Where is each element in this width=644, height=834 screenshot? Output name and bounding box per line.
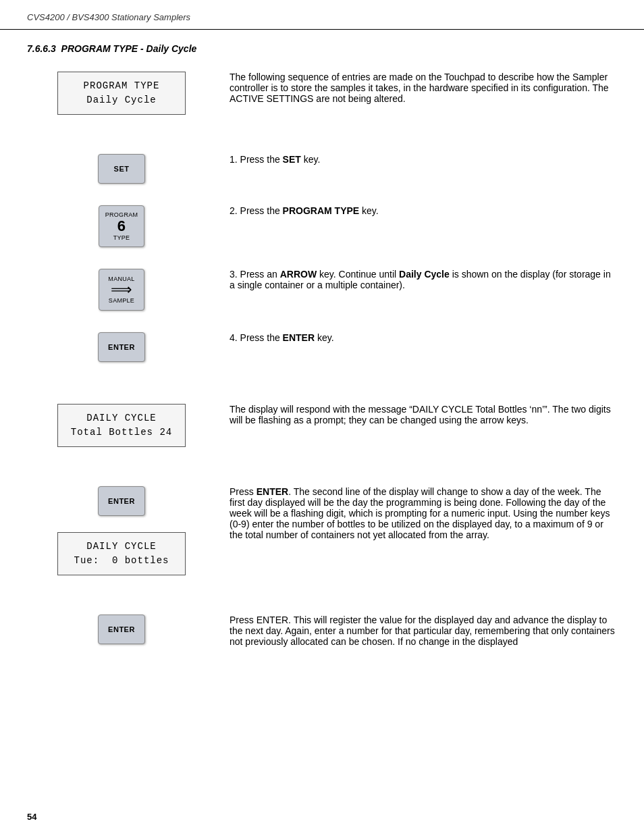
- step3-key-container: MANUAL ⟹ SAMPLE: [27, 263, 216, 327]
- step3-before: 3. Press an: [230, 269, 280, 280]
- step4-after: key.: [315, 332, 334, 343]
- step3-text: 3. Press an ARROW key. Continue until Da…: [230, 269, 617, 290]
- program-key-num: 6: [117, 218, 126, 234]
- step3-text-container: 3. Press an ARROW key. Continue until Da…: [216, 263, 617, 327]
- lcd-program-type: PROGRAM TYPE Daily Cycle: [57, 72, 186, 115]
- lcd-program-type-line1: PROGRAM TYPE: [70, 79, 173, 93]
- step1-after: key.: [301, 154, 321, 165]
- step2-key-container: PROGRAM 6 TYPE: [27, 200, 216, 263]
- spacer3: [27, 466, 617, 481]
- lcd-daily-cycle-2: DAILY CYCLE Tue: 0 bottles: [57, 532, 186, 575]
- spacer2: [27, 378, 617, 398]
- enter2-daily2-left: ENTER DAILY CYCLE Tue: 0 bottles: [27, 481, 216, 594]
- arrow-key-symbol: ⟹: [111, 282, 132, 297]
- enter3-row: ENTER Press ENTER. This will register th…: [27, 609, 617, 660]
- step4-text: 4. Press the ENTER key.: [230, 332, 617, 343]
- page-content: 7.6.6.3 PROGRAM TYPE - Daily Cycle PROGR…: [0, 30, 644, 687]
- spacer4: [27, 594, 617, 609]
- enter3-text-container: Press ENTER. This will register the valu…: [216, 609, 617, 660]
- lcd-daily-cycle-1-container: DAILY CYCLE Total Bottles 24: [27, 398, 216, 466]
- lcd-program-type-container: PROGRAM TYPE Daily Cycle: [27, 66, 216, 134]
- lcd-daily-cycle-1-line1: DAILY CYCLE: [70, 411, 173, 425]
- spacer1: [27, 134, 617, 149]
- arrow-key[interactable]: MANUAL ⟹ SAMPLE: [99, 269, 144, 311]
- set-key-label: SET: [114, 165, 130, 173]
- arrow-key-bottom: SAMPLE: [109, 297, 134, 304]
- step4-key-container: ENTER: [27, 327, 216, 378]
- enter-key-2[interactable]: ENTER: [98, 486, 145, 516]
- step1-number: 1. Press the: [230, 154, 283, 165]
- lcd-daily-cycle-1-line2: Total Bottles 24: [70, 425, 173, 440]
- lcd-daily-cycle-1: DAILY CYCLE Total Bottles 24: [57, 404, 186, 447]
- enter3-key-container: ENTER: [27, 609, 216, 660]
- enter2-daily2-row: ENTER DAILY CYCLE Tue: 0 bottles Press E…: [27, 481, 617, 594]
- program-key-bottom: TYPE: [113, 234, 130, 241]
- page-header: CVS4200 / BVS4300 Stationary Samplers: [0, 0, 644, 30]
- step4-text-container: 4. Press the ENTER key.: [216, 327, 617, 378]
- daily-cycle-2-text-container: Press ENTER. The second line of the disp…: [216, 481, 617, 594]
- display-text-3: Press ENTER. This will register the valu…: [230, 615, 617, 647]
- display-text-2: Press ENTER. The second line of the disp…: [230, 486, 617, 540]
- step4-bold: ENTER: [283, 332, 315, 343]
- enter-key-3-label: ENTER: [108, 625, 135, 633]
- program-type-key[interactable]: PROGRAM 6 TYPE: [99, 205, 144, 247]
- enter-key-3[interactable]: ENTER: [98, 615, 145, 644]
- step4-before: 4. Press the: [230, 332, 283, 343]
- set-key[interactable]: SET: [98, 154, 145, 184]
- step3-row: MANUAL ⟹ SAMPLE 3. Press an ARROW key. C…: [27, 263, 617, 327]
- intro-text: The following sequence of entries are ma…: [230, 72, 617, 104]
- daily-cycle-1-row: DAILY CYCLE Total Bottles 24 The display…: [27, 398, 617, 466]
- intro-row: PROGRAM TYPE Daily Cycle The following s…: [27, 66, 617, 134]
- step1-bold: SET: [283, 154, 301, 165]
- header-title: CVS4200 / BVS4300 Stationary Samplers: [27, 12, 190, 22]
- lcd-program-type-line2: Daily Cycle: [70, 93, 173, 107]
- step2-row: PROGRAM 6 TYPE 2. Press the PROGRAM TYPE…: [27, 200, 617, 263]
- step1-key-container: SET: [27, 149, 216, 200]
- step2-text-container: 2. Press the PROGRAM TYPE key.: [216, 200, 617, 263]
- step1-row: SET 1. Press the SET key.: [27, 149, 617, 200]
- lcd-daily-cycle-2-line2: Tue: 0 bottles: [70, 554, 173, 568]
- step1-text-container: 1. Press the SET key.: [216, 149, 617, 200]
- page-number: 54: [27, 812, 36, 822]
- step2-bold: PROGRAM TYPE: [283, 205, 360, 216]
- step2-before: 2. Press the: [230, 205, 283, 216]
- enter-key-1-label: ENTER: [108, 343, 135, 351]
- lcd-daily-cycle-2-line1: DAILY CYCLE: [70, 540, 173, 554]
- enter-key-2-label: ENTER: [108, 497, 135, 505]
- step2-text: 2. Press the PROGRAM TYPE key.: [230, 205, 617, 216]
- enter-key-1[interactable]: ENTER: [98, 332, 145, 362]
- daily-cycle-1-text-container: The display will respond with the messag…: [216, 398, 617, 466]
- display-text-1: The display will respond with the messag…: [230, 404, 617, 425]
- step1-text: 1. Press the SET key.: [230, 154, 617, 165]
- section-title: 7.6.6.3 PROGRAM TYPE - Daily Cycle: [27, 43, 617, 54]
- intro-text-container: The following sequence of entries are ma…: [216, 66, 617, 134]
- step4-row: ENTER 4. Press the ENTER key.: [27, 327, 617, 378]
- step2-after: key.: [359, 205, 379, 216]
- step3-bold: ARROW: [280, 269, 317, 280]
